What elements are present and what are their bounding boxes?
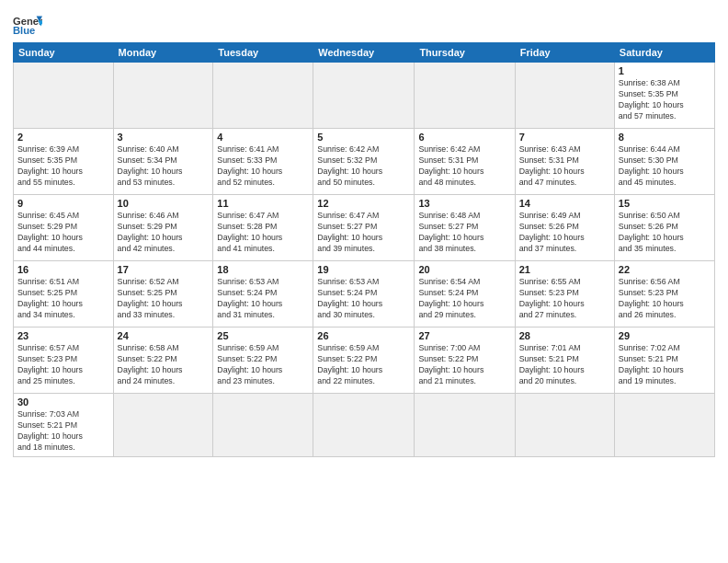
day-info: Sunrise: 6:50 AM Sunset: 5:26 PM Dayligh… [619,211,711,255]
day-number: 5 [317,132,410,143]
day-info: Sunrise: 7:01 AM Sunset: 5:21 PM Dayligh… [519,343,610,387]
day-info: Sunrise: 6:45 AM Sunset: 5:29 PM Dayligh… [17,211,109,255]
day-header-monday: Monday [113,43,213,63]
day-info: Sunrise: 6:39 AM Sunset: 5:35 PM Dayligh… [17,144,109,189]
calendar-cell [113,394,213,457]
day-number: 20 [418,264,510,275]
day-info: Sunrise: 7:00 AM Sunset: 5:22 PM Dayligh… [418,343,510,387]
day-number: 24 [118,330,210,341]
day-info: Sunrise: 6:55 AM Sunset: 5:23 PM Dayligh… [519,277,610,321]
calendar-page: General Blue SundayMondayTuesdayWednesda… [0,0,728,563]
day-number: 15 [619,198,711,209]
calendar-cell: 17Sunrise: 6:52 AM Sunset: 5:25 PM Dayli… [113,261,213,327]
day-number: 27 [418,330,510,341]
calendar-week-row: 1Sunrise: 6:38 AM Sunset: 5:35 PM Daylig… [14,63,715,129]
calendar-table: SundayMondayTuesdayWednesdayThursdayFrid… [13,42,715,457]
day-info: Sunrise: 6:53 AM Sunset: 5:24 PM Dayligh… [217,277,309,321]
day-number: 14 [519,198,610,209]
calendar-cell: 15Sunrise: 6:50 AM Sunset: 5:26 PM Dayli… [614,195,714,261]
day-header-friday: Friday [515,43,614,63]
day-number: 28 [519,330,610,341]
calendar-cell [515,394,614,457]
calendar-cell: 2Sunrise: 6:39 AM Sunset: 5:35 PM Daylig… [14,129,114,195]
calendar-cell: 30Sunrise: 7:03 AM Sunset: 5:21 PM Dayli… [14,394,114,457]
day-number: 7 [519,132,610,143]
day-number: 10 [118,198,210,209]
calendar-cell: 20Sunrise: 6:54 AM Sunset: 5:24 PM Dayli… [415,261,515,327]
day-number: 26 [317,330,410,341]
day-number: 16 [17,264,109,275]
calendar-cell: 9Sunrise: 6:45 AM Sunset: 5:29 PM Daylig… [14,195,114,261]
calendar-week-row: 30Sunrise: 7:03 AM Sunset: 5:21 PM Dayli… [14,394,715,457]
day-info: Sunrise: 6:47 AM Sunset: 5:27 PM Dayligh… [317,211,410,255]
day-number: 23 [17,330,109,341]
calendar-cell: 4Sunrise: 6:41 AM Sunset: 5:33 PM Daylig… [213,129,313,195]
logo-svg: General Blue [13,13,42,37]
day-number: 13 [418,198,510,209]
calendar-cell: 22Sunrise: 6:56 AM Sunset: 5:23 PM Dayli… [614,261,714,327]
svg-text:Blue: Blue [13,25,35,36]
calendar-cell: 5Sunrise: 6:42 AM Sunset: 5:32 PM Daylig… [313,129,415,195]
calendar-cell: 10Sunrise: 6:46 AM Sunset: 5:29 PM Dayli… [113,195,213,261]
calendar-cell: 13Sunrise: 6:48 AM Sunset: 5:27 PM Dayli… [415,195,515,261]
day-info: Sunrise: 6:38 AM Sunset: 5:35 PM Dayligh… [619,78,711,122]
calendar-cell: 16Sunrise: 6:51 AM Sunset: 5:25 PM Dayli… [14,261,114,327]
calendar-cell: 27Sunrise: 7:00 AM Sunset: 5:22 PM Dayli… [415,327,515,394]
calendar-cell [313,394,415,457]
calendar-cell: 8Sunrise: 6:44 AM Sunset: 5:30 PM Daylig… [614,129,714,195]
calendar-cell: 11Sunrise: 6:47 AM Sunset: 5:28 PM Dayli… [213,195,313,261]
calendar-cell: 19Sunrise: 6:53 AM Sunset: 5:24 PM Dayli… [313,261,415,327]
calendar-week-row: 16Sunrise: 6:51 AM Sunset: 5:25 PM Dayli… [14,261,715,327]
day-info: Sunrise: 6:54 AM Sunset: 5:24 PM Dayligh… [418,277,510,321]
day-info: Sunrise: 6:57 AM Sunset: 5:23 PM Dayligh… [17,343,109,387]
day-info: Sunrise: 6:56 AM Sunset: 5:23 PM Dayligh… [619,277,711,321]
calendar-cell [313,63,415,129]
calendar-cell [14,63,114,129]
day-header-wednesday: Wednesday [313,43,415,63]
calendar-cell [415,394,515,457]
day-info: Sunrise: 7:03 AM Sunset: 5:21 PM Dayligh… [17,409,109,454]
calendar-header-row: SundayMondayTuesdayWednesdayThursdayFrid… [14,43,715,63]
day-info: Sunrise: 6:59 AM Sunset: 5:22 PM Dayligh… [217,343,309,387]
day-info: Sunrise: 6:53 AM Sunset: 5:24 PM Dayligh… [317,277,410,321]
day-number: 11 [217,198,309,209]
day-info: Sunrise: 6:44 AM Sunset: 5:30 PM Dayligh… [619,144,711,189]
calendar-week-row: 9Sunrise: 6:45 AM Sunset: 5:29 PM Daylig… [14,195,715,261]
calendar-cell [213,394,313,457]
day-info: Sunrise: 6:58 AM Sunset: 5:22 PM Dayligh… [118,343,210,387]
day-number: 1 [619,65,711,76]
day-info: Sunrise: 6:41 AM Sunset: 5:33 PM Dayligh… [217,144,309,189]
day-number: 21 [519,264,610,275]
calendar-cell: 28Sunrise: 7:01 AM Sunset: 5:21 PM Dayli… [515,327,614,394]
day-info: Sunrise: 6:43 AM Sunset: 5:31 PM Dayligh… [519,144,610,189]
day-number: 12 [317,198,410,209]
day-number: 2 [17,132,109,143]
day-info: Sunrise: 7:02 AM Sunset: 5:21 PM Dayligh… [619,343,711,387]
day-number: 8 [619,132,711,143]
day-header-tuesday: Tuesday [213,43,313,63]
day-info: Sunrise: 6:46 AM Sunset: 5:29 PM Dayligh… [118,211,210,255]
calendar-cell: 12Sunrise: 6:47 AM Sunset: 5:27 PM Dayli… [313,195,415,261]
calendar-cell [515,63,614,129]
calendar-cell [113,63,213,129]
day-number: 19 [317,264,410,275]
calendar-cell: 3Sunrise: 6:40 AM Sunset: 5:34 PM Daylig… [113,129,213,195]
header: General Blue [13,9,715,37]
day-header-sunday: Sunday [14,43,114,63]
day-info: Sunrise: 6:48 AM Sunset: 5:27 PM Dayligh… [418,211,510,255]
day-info: Sunrise: 6:42 AM Sunset: 5:32 PM Dayligh… [317,144,410,189]
day-number: 22 [619,264,711,275]
calendar-cell: 1Sunrise: 6:38 AM Sunset: 5:35 PM Daylig… [614,63,714,129]
day-info: Sunrise: 6:59 AM Sunset: 5:22 PM Dayligh… [317,343,410,387]
calendar-cell: 24Sunrise: 6:58 AM Sunset: 5:22 PM Dayli… [113,327,213,394]
calendar-cell: 6Sunrise: 6:42 AM Sunset: 5:31 PM Daylig… [415,129,515,195]
day-info: Sunrise: 6:47 AM Sunset: 5:28 PM Dayligh… [217,211,309,255]
day-info: Sunrise: 6:52 AM Sunset: 5:25 PM Dayligh… [118,277,210,321]
day-number: 17 [118,264,210,275]
calendar-cell: 18Sunrise: 6:53 AM Sunset: 5:24 PM Dayli… [213,261,313,327]
calendar-cell [213,63,313,129]
calendar-cell: 25Sunrise: 6:59 AM Sunset: 5:22 PM Dayli… [213,327,313,394]
day-number: 3 [118,132,210,143]
calendar-cell [415,63,515,129]
day-number: 4 [217,132,309,143]
